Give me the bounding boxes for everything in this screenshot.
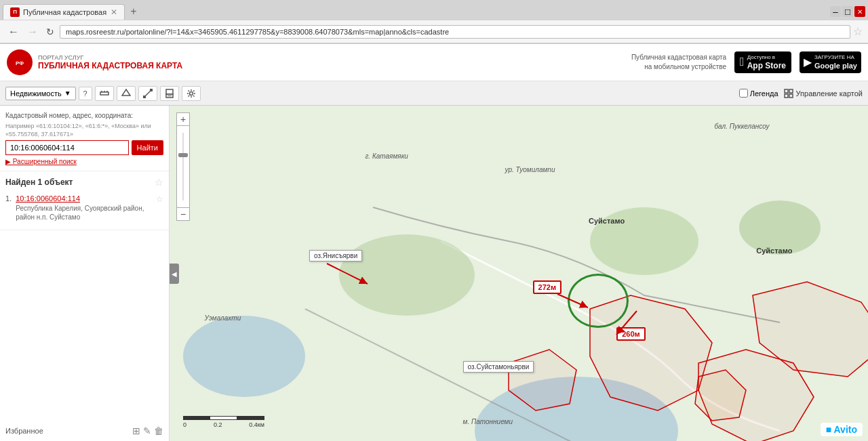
- scale-bar: 0 0.2 0.4км: [183, 416, 264, 428]
- callout-suistamonyarvi: оз.Суйстамоньярви: [463, 361, 534, 373]
- favorites-icons: ⊞ ✎ 🗑: [132, 425, 163, 436]
- sidebar: Кадастровый номер, адрес, координата: На…: [0, 106, 170, 441]
- back-button[interactable]: ←: [5, 24, 22, 39]
- main-area: Кадастровый номер, адрес, координата: На…: [0, 106, 868, 441]
- result-bookmark-icon[interactable]: ☆: [156, 194, 163, 222]
- favorites-section: Избранное ⊞ ✎ 🗑: [0, 420, 169, 441]
- arrow-272: [554, 291, 595, 311]
- label-pukkelansu: бал. Пуккелансоу: [714, 123, 769, 130]
- result-meta: Республика Карелия, Суоярвский район,рай…: [16, 204, 152, 222]
- svg-rect-14: [785, 89, 788, 93]
- arrow-yanisyarvi: [323, 260, 378, 287]
- app-store-name: App Store: [747, 61, 786, 70]
- zoom-handle[interactable]: [178, 153, 188, 157]
- svg-line-24: [327, 264, 368, 284]
- zoom-out-button[interactable]: −: [176, 207, 190, 221]
- result-item: 1. 10:16:0060604:114 Республика Карелия,…: [5, 192, 163, 224]
- measure-tool-button[interactable]: [95, 86, 114, 101]
- svg-line-26: [616, 311, 637, 335]
- page-header: РФ ПОРТАЛ УСЛУГ ПУБЛИЧНАЯ КАДАСТРОВАЯ КА…: [0, 44, 868, 81]
- area-tool-button[interactable]: [117, 86, 136, 101]
- help-button[interactable]: ?: [79, 87, 92, 100]
- minimize-button[interactable]: –: [830, 6, 841, 17]
- scale-label-0: 0: [183, 421, 186, 428]
- label-suistamo-1: Суйстамо: [589, 217, 625, 225]
- scale-bar-inner: 0 0.2 0.4км: [183, 416, 264, 428]
- new-tab-button[interactable]: +: [127, 5, 139, 18]
- portal-text: ПОРТАЛ УСЛУГ ПУБЛИЧНАЯ КАДАСТРОВАЯ КАРТА: [38, 54, 182, 70]
- tab-title: Публичная кадастровая: [23, 8, 106, 16]
- favorites-add-button[interactable]: ⊞: [132, 425, 140, 436]
- label-suistamo-2: Суйстамо: [756, 247, 792, 255]
- tab-close-button[interactable]: ✕: [111, 7, 117, 17]
- label-tuomilampi: ур. Туомилампи: [505, 166, 555, 173]
- label-katayamyaki: г. Катаямяки: [365, 152, 408, 160]
- results-title: Найден 1 объект: [5, 177, 73, 187]
- portal-subtitle: ПОРТАЛ УСЛУГ: [38, 54, 182, 61]
- avito-badge: ■ Avito: [821, 423, 863, 436]
- search-input[interactable]: [5, 140, 129, 155]
- result-number: 1.: [5, 194, 12, 222]
- avito-logo-text: ■ Avito: [826, 424, 857, 435]
- print-button[interactable]: [160, 86, 179, 101]
- map-svg-overlay: [170, 106, 868, 441]
- result-cadastral-link[interactable]: 10:16:0060604:114: [16, 194, 152, 203]
- scale-label-02: 0.2: [214, 421, 222, 428]
- svg-rect-9: [143, 96, 146, 98]
- legend-checkbox[interactable]: [739, 89, 748, 98]
- google-play-text: ЗАГРУЗИТЕ НА Google play: [814, 54, 857, 71]
- browser-chrome: П Публичная кадастровая ✕ + – □ ✕ ← → ↻ …: [0, 0, 868, 44]
- portal-title: ПУБЛИЧНАЯ КАДАСТРОВАЯ КАРТА: [38, 61, 182, 70]
- forward-button[interactable]: →: [24, 24, 41, 39]
- zoom-track: [182, 133, 184, 201]
- map-area[interactable]: + − ◀ г. Катаямяки ур. Туомилампи бал. П…: [170, 106, 868, 441]
- property-type-label: Недвижимость: [10, 89, 62, 98]
- manage-map-button[interactable]: Управление картой: [784, 89, 863, 98]
- svg-point-13: [189, 91, 193, 95]
- page-content: РФ ПОРТАЛ УСЛУГ ПУБЛИЧНАЯ КАДАСТРОВАЯ КА…: [0, 44, 868, 441]
- toolbar-left: Недвижимость ▼ ?: [5, 86, 736, 101]
- close-button[interactable]: ✕: [854, 6, 865, 17]
- reload-button[interactable]: ↻: [43, 25, 57, 39]
- sidebar-toggle-button[interactable]: ◀: [170, 264, 179, 284]
- active-tab[interactable]: П Публичная кадастровая ✕: [3, 4, 125, 20]
- svg-rect-8: [150, 89, 153, 91]
- label-uemahlahti: Уэмалахти: [205, 314, 241, 322]
- line-tool-button[interactable]: [138, 86, 157, 101]
- zoom-controls: + −: [176, 112, 190, 221]
- svg-rect-12: [167, 96, 172, 96]
- dropdown-arrow-icon: ▼: [64, 89, 71, 97]
- bookmark-results-icon[interactable]: ☆: [155, 177, 163, 188]
- portal-logo: РФ ПОРТАЛ УСЛУГ ПУБЛИЧНАЯ КАДАСТРОВАЯ КА…: [7, 49, 182, 75]
- search-hint: Например «61:6:10104:12», «61:6:*», «Мос…: [5, 123, 163, 138]
- logo-emblem: РФ: [7, 49, 33, 75]
- zoom-scale: [176, 126, 190, 207]
- property-type-dropdown[interactable]: Недвижимость ▼: [5, 87, 76, 100]
- svg-rect-15: [789, 89, 793, 93]
- legend-checkbox-label[interactable]: Легенда: [739, 89, 778, 98]
- result-details: 10:16:0060604:114 Республика Карелия, Су…: [16, 194, 152, 222]
- advanced-search-link[interactable]: ▶ Расширенный поиск: [5, 158, 163, 165]
- callout-yanisyarvi-text: оз.Янисъярви: [314, 252, 357, 259]
- settings-tool-button[interactable]: [182, 86, 201, 101]
- toolbar: Недвижимость ▼ ? Легенда: [0, 81, 868, 106]
- label-patoniemi: м. Патонниеми: [463, 418, 513, 425]
- mobile-promo-text: Публичная кадастровая картана мобильном …: [631, 53, 726, 72]
- svg-text:РФ: РФ: [16, 60, 24, 66]
- maximize-button[interactable]: □: [842, 6, 853, 17]
- favorites-edit-button[interactable]: ✎: [143, 425, 151, 436]
- app-store-button[interactable]:  Доступно в App Store: [734, 51, 791, 73]
- search-button[interactable]: Найти: [132, 140, 163, 155]
- apple-icon: : [740, 55, 745, 69]
- results-header: Найден 1 объект ☆: [5, 177, 163, 188]
- address-bar[interactable]: [60, 25, 850, 39]
- bookmark-button[interactable]: ☆: [853, 25, 863, 38]
- favorites-delete-button[interactable]: 🗑: [154, 425, 163, 436]
- zoom-in-button[interactable]: +: [176, 112, 190, 126]
- app-store-sublabel: Доступно в: [747, 54, 786, 61]
- results-section: Найден 1 объект ☆ 1. 10:16:0060604:114 Р…: [0, 171, 169, 230]
- google-play-icon: ▶: [804, 56, 812, 70]
- svg-point-19: [475, 377, 678, 441]
- manage-map-label: Управление картой: [796, 89, 863, 98]
- google-play-button[interactable]: ▶ ЗАГРУЗИТЕ НА Google play: [800, 51, 861, 74]
